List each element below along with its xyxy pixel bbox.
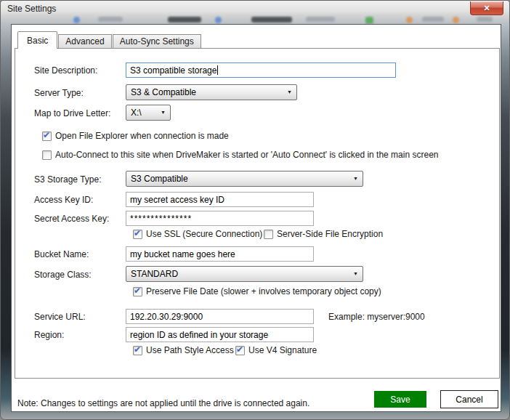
tab-strip: Basic Advanced Auto-Sync Settings — [17, 31, 202, 49]
save-button[interactable]: Save — [374, 391, 426, 408]
peek-blob — [406, 17, 413, 23]
close-icon: ✕ — [483, 4, 490, 13]
window-title: Site Settings — [7, 4, 56, 14]
cancel-button[interactable]: Cancel — [440, 390, 498, 408]
peek-blob — [477, 17, 493, 22]
close-button[interactable]: ✕ — [470, 1, 503, 15]
peek-blob — [98, 17, 123, 22]
dialog-client-area: Basic Advanced Auto-Sync Settings Site D… — [11, 24, 501, 412]
peek-blob — [73, 17, 80, 23]
settings-note: Note: Changes to settings are not applie… — [17, 398, 309, 408]
peek-blob — [168, 17, 201, 23]
tab-page-basic — [15, 48, 500, 379]
title-bar[interactable]: Site Settings — [1, 1, 509, 16]
peek-blob — [365, 17, 373, 24]
peek-blob — [453, 17, 459, 23]
site-settings-dialog: Site Settings ✕ Basic Advanced Auto-Sync… — [0, 0, 510, 420]
peek-blob — [215, 17, 222, 23]
peek-blob — [422, 17, 444, 22]
tab-advanced[interactable]: Advanced — [58, 34, 111, 49]
tab-basic[interactable]: Basic — [17, 31, 57, 49]
background-app-peek — [11, 16, 501, 24]
tab-auto-sync-settings[interactable]: Auto-Sync Settings — [113, 34, 201, 49]
peek-blob — [251, 17, 292, 23]
peek-blob — [306, 17, 335, 22]
